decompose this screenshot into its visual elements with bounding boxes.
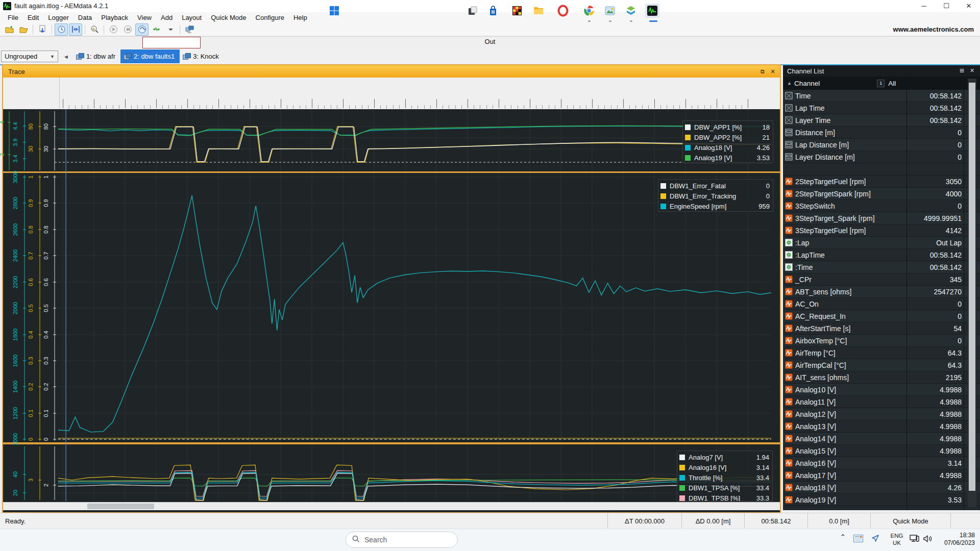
tray-volume-icon[interactable] [923,535,933,544]
channel-list-options-icon[interactable]: ⊞ [958,67,966,74]
zoom-tools-button[interactable]: fx [88,23,101,36]
filter-column-header[interactable]: All [888,80,896,87]
tray-mail-icon[interactable] [853,535,863,544]
channel-row-analog16-v-[interactable]: Analog16 [V]3.14 [783,457,980,469]
channel-column-header[interactable]: Channel [794,80,820,87]
tray-chevron-icon[interactable]: ⌃ [840,533,846,542]
new-log-button[interactable] [3,23,16,36]
tray-location-icon[interactable] [871,534,880,544]
channel-row-2steptargetspark-rpm-[interactable]: 2StepTargetSpark [rpm]4000 [783,188,980,200]
channel-row--time[interactable]: :Time00:58.142 [783,261,980,273]
range-markers-toggle-button[interactable] [69,23,82,36]
close-button[interactable]: ✕ [958,0,980,12]
plot-separator-2[interactable] [3,442,780,444]
trace-close-icon[interactable]: ✕ [769,67,777,76]
menu-quick-mode[interactable]: Quick Mode [206,13,251,22]
channel-row-2steptargetfuel-rpm-[interactable]: 2StepTargetFuel [rpm]3050 [783,176,980,188]
layout-windows-button[interactable] [183,23,196,36]
tray-language-indicator[interactable]: ENG UK [889,532,904,546]
tray-network-icon[interactable] [910,535,920,545]
menu-logger[interactable]: Logger [43,13,73,22]
channel-row-analog17-v-[interactable]: Analog17 [V]4.9988 [783,469,980,482]
channel-list-scrollbar-thumb[interactable] [969,83,975,491]
channel-row-lap-time[interactable]: Lap Time00:58.142 [783,102,980,114]
channel-row-layer-time[interactable]: Layer Time00:58.142 [783,114,980,127]
fit-traces-button[interactable] [150,23,163,36]
maximize-button[interactable]: ☐ [935,0,958,12]
group-selector[interactable]: Ungrouped ▼ [1,51,58,62]
trace-window-title-bar[interactable]: Trace [3,65,780,78]
microsoft-store-icon[interactable] [486,4,500,18]
channel-row-analog14-v-[interactable]: Analog14 [V]4.9988 [783,433,980,445]
trace-scrollbar-thumb[interactable] [87,504,154,509]
channel-row-analog19-v-[interactable]: Analog19 [V]3.53 [783,494,980,506]
task-view-icon[interactable] [465,4,480,18]
file-explorer-icon[interactable] [531,4,546,18]
start-button[interactable] [327,4,341,18]
channel-row-analog13-v-[interactable]: Analog13 [V]4.9988 [783,420,980,433]
search-input[interactable]: Search [346,532,458,548]
photos-app-icon[interactable] [603,4,617,18]
channel-list-title-bar[interactable]: Channel List [783,65,980,77]
aemdata-taskbar-icon[interactable] [645,4,659,18]
channel-row-analog11-v-[interactable]: Analog11 [V]4.9988 [783,396,980,408]
channel-row-airtempcal-c-[interactable]: AirTempCal [°C]64.3 [783,359,980,371]
channel-row-distance-m-[interactable]: Distance [m]0 [783,127,980,139]
channel-row--cpr[interactable]: _CPr345 [783,273,980,286]
menu-data[interactable]: Data [74,13,96,22]
channel-row-layer-distance-m-[interactable]: Layer Distance [m]0 [783,151,980,163]
channel-row-ait-sens-ohms-[interactable]: AIT_sens [ohms]2195 [783,371,980,384]
rewind-button[interactable] [121,23,134,36]
channel-list-scrollbar[interactable] [968,79,976,507]
channel-row--lap[interactable]: :LapOut Lap [783,237,980,249]
text-entry-box[interactable] [142,37,201,48]
time-display-toggle-button[interactable] [55,23,68,36]
channel-list-close-icon[interactable]: ✕ [968,67,976,74]
channel-row-ac-request-in[interactable]: AC_Request_In0 [783,310,980,322]
menu-layout[interactable]: Layout [177,13,206,22]
menu-add[interactable]: Add [156,13,177,22]
menu-view[interactable]: View [133,13,156,22]
tab-2-dbw-faults1[interactable]: 2: dbw faults1 [120,49,180,63]
channel-row-abt-sens-ohms-[interactable]: ABT_sens [ohms]2547270 [783,286,980,298]
race-studio-icon[interactable] [510,4,524,18]
channel-list-header[interactable]: ▲ Channel 1 All [783,77,980,90]
channel-row-3stepswitch[interactable]: 3StepSwitch0 [783,200,980,212]
open-log-button[interactable] [17,23,30,36]
plot-separator-1[interactable] [3,171,780,173]
channel-row-analog18-v-[interactable]: Analog18 [V]4.26 [783,482,980,494]
fit-traces-dropdown-button[interactable] [164,23,177,36]
menu-playback[interactable]: Playback [96,13,133,22]
loop-playback-button[interactable] [135,23,149,36]
menu-configure[interactable]: Configure [251,13,289,22]
channel-row-analog10-v-[interactable]: Analog10 [V]4.9988 [783,384,980,396]
menu-help[interactable]: Help [289,13,312,22]
tab-scroll-left-icon[interactable]: ◄ [63,54,69,60]
trace-options-icon[interactable]: ⧉ [758,67,767,76]
tray-clock[interactable]: 18:38 07/06/2023 [938,532,975,547]
channel-row-lap-distance-m-[interactable]: Lap Distance [m]0 [783,139,980,151]
channel-row-3steptargetfuel-rpm-[interactable]: 3StepTargetFuel [rpm]4142 [783,224,980,237]
opera-icon[interactable] [556,4,570,18]
trace-horizontal-scrollbar[interactable] [3,502,780,510]
channel-row-afterstarttime-s-[interactable]: AfterStartTime [s]54 [783,322,980,335]
tab-1-dbw-afr[interactable]: 1: dbw afr [73,49,120,63]
import-log-button[interactable] [36,23,49,36]
sort-ascending-icon[interactable]: ▲ [787,81,792,86]
channel-row-analog12-v-[interactable]: Analog12 [V]4.9988 [783,408,980,420]
channel-row--laptime[interactable]: :LapTime00:58.142 [783,249,980,261]
channel-row-analog15-v-[interactable]: Analog15 [V]4.9988 [783,445,980,457]
bluestacks-icon[interactable] [624,4,638,18]
minimize-button[interactable]: ─ [913,0,935,12]
channel-row-airtemp-c-[interactable]: AirTemp [°C]64.3 [783,347,980,359]
menu-file[interactable]: File [3,13,23,22]
channel-row-time[interactable]: Time00:58.142 [783,90,980,102]
channel-row-airboxtemp-c-[interactable]: AirboxTemp [°C]0 [783,335,980,347]
tab-3-knock[interactable]: 3: Knock [180,49,224,63]
play-button[interactable] [107,23,120,36]
channel-row-ac-on[interactable]: AC_On0 [783,298,980,310]
time-axis-row[interactable]: Time 0:580:591:001:011:021:031:041:051:0… [3,98,780,110]
channel-row-3steptarget-spark-rpm-[interactable]: 3StepTarget_Spark [rpm]4999.99951 [783,212,980,224]
chrome-icon[interactable] [582,4,596,18]
menu-edit[interactable]: Edit [23,13,43,22]
